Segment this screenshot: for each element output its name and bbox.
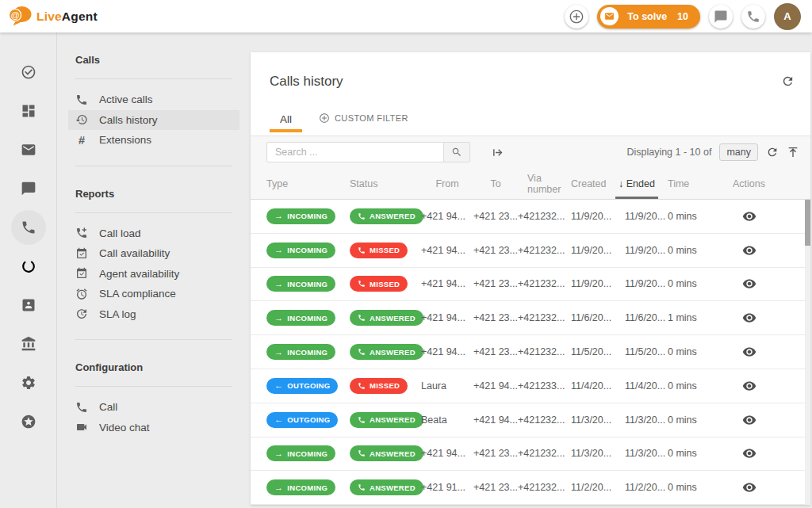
column-header-type[interactable]: Type	[266, 178, 350, 189]
refresh-page-button[interactable]	[781, 74, 795, 90]
contacts-icon	[21, 297, 36, 313]
view-call-button[interactable]	[742, 243, 756, 258]
rail-item-check-circle[interactable]	[0, 52, 57, 91]
cell-created: 11/9/20...	[563, 245, 615, 256]
avatar[interactable]: A	[774, 3, 801, 30]
sidebar-item-label: Calls history	[99, 114, 158, 126]
gear-icon	[21, 375, 36, 391]
eye-icon	[742, 413, 756, 427]
liveagent-logo-icon: @	[8, 6, 32, 27]
rail-item-star-circle[interactable]	[0, 402, 57, 441]
scroll-to-top-button[interactable]	[787, 146, 799, 159]
table-row[interactable]: ←OUTGOINGMISSEDLaura+421 94...+421233...…	[251, 369, 810, 403]
view-call-button[interactable]	[742, 209, 756, 223]
sidebar-item-label: Active calls	[99, 94, 153, 105]
cell-ended: 11/3/20...	[615, 448, 658, 459]
sidebar-item-call-availability[interactable]: Call availability	[68, 243, 239, 264]
type-badge: ←OUTGOING	[266, 378, 338, 394]
history-icon	[75, 113, 88, 126]
cell-time: 0 mins	[658, 414, 722, 426]
sidebar-item-sla-log[interactable]: SLA log	[68, 304, 239, 325]
sidebar-heading-reports: Reports	[75, 166, 232, 200]
table-row[interactable]: →INCOMINGMISSED+421 94...+421 23...+4212…	[251, 268, 810, 302]
chats-button[interactable]	[709, 5, 733, 29]
phone-icon	[746, 10, 760, 24]
eye-icon	[742, 480, 756, 495]
table-row[interactable]: →INCOMINGANSWERED+421 94...+421 23...+42…	[251, 437, 810, 472]
type-badge: →INCOMING	[266, 310, 335, 326]
rail-item-dashboard[interactable]	[0, 91, 57, 130]
arrow-right-icon: →	[274, 246, 283, 254]
mail-icon	[21, 142, 36, 158]
cell-via-number: +421232...	[518, 245, 563, 256]
cell-to: +421 94...	[473, 414, 518, 426]
view-call-button[interactable]	[742, 277, 756, 291]
column-header-from[interactable]: From	[421, 178, 473, 189]
count-badge[interactable]: many	[719, 143, 758, 161]
app-logo[interactable]: @ LiveAgent	[8, 6, 98, 27]
sidebar-item-call-load[interactable]: Call load	[68, 223, 239, 244]
tab-custom-filter[interactable]: CUSTOM FILTER	[308, 113, 419, 136]
column-header-ended[interactable]: ↓ Ended	[615, 178, 658, 189]
scrollbar-thumb[interactable]	[805, 200, 810, 246]
rail-item-contacts[interactable]	[0, 285, 57, 324]
rail-item-gear[interactable]	[0, 363, 57, 402]
column-header-time[interactable]: Time	[658, 178, 722, 189]
rail-item-bank[interactable]	[0, 324, 57, 363]
sidebar-item-agent-availability[interactable]: Agent availability	[68, 264, 239, 285]
column-header-actions[interactable]: Actions	[722, 178, 802, 189]
column-header-status[interactable]: Status	[350, 178, 421, 189]
sidebar-item-sla-compliance[interactable]: SLA compliance	[68, 284, 239, 304]
table-row[interactable]: →INCOMINGANSWERED+421 91...+421 23...+42…	[251, 471, 810, 505]
table-row[interactable]: ←OUTGOINGANSWEREDBeata+421 94...+421232.…	[251, 403, 810, 437]
view-call-button[interactable]	[742, 311, 756, 325]
table-row[interactable]: →INCOMINGANSWERED+421 94...+421 23...+42…	[251, 200, 810, 234]
view-call-button[interactable]	[742, 480, 756, 495]
divider	[75, 386, 232, 387]
view-call-button[interactable]	[742, 446, 756, 460]
svg-text:@: @	[11, 10, 20, 20]
table-scrollbar[interactable]	[805, 200, 810, 505]
sidebar-item-extensions[interactable]: #Extensions	[68, 130, 239, 151]
rail-item-ring[interactable]	[0, 246, 57, 285]
column-header-created[interactable]: Created	[563, 178, 615, 189]
cell-to: +421 23...	[473, 211, 518, 222]
phone-icon	[75, 94, 88, 106]
forward-filter-button[interactable]	[492, 146, 505, 159]
view-call-button[interactable]	[742, 379, 756, 393]
refresh-list-button[interactable]	[766, 146, 779, 159]
column-header-to[interactable]: To	[473, 178, 518, 189]
sidebar-item-label: SLA compliance	[99, 288, 176, 300]
table-row[interactable]: →INCOMINGANSWERED+421 94...+421 23...+42…	[251, 335, 810, 369]
table-row[interactable]: →INCOMINGMISSED+421 94...+421 23...+4212…	[251, 234, 810, 268]
type-badge: →INCOMING	[266, 479, 335, 495]
cell-to: +421 23...	[473, 346, 518, 357]
search-button[interactable]	[444, 142, 470, 162]
calls-button[interactable]	[741, 5, 765, 29]
to-solve-button[interactable]: To solve 10	[597, 5, 700, 29]
phone-icon	[75, 401, 88, 414]
search-icon	[451, 147, 462, 158]
rail-item-mail[interactable]	[0, 130, 57, 169]
table-body: →INCOMINGANSWERED+421 94...+421 23...+42…	[251, 200, 810, 505]
table-row[interactable]: →INCOMINGANSWERED+421 94...+421 23...+42…	[251, 301, 810, 335]
cell-created: 11/5/20...	[563, 346, 615, 357]
view-call-button[interactable]	[742, 413, 756, 427]
bank-icon	[21, 336, 36, 352]
create-new-button[interactable]	[565, 5, 588, 29]
column-header-via-number[interactable]: Via number	[518, 173, 563, 195]
sidebar-item-call[interactable]: Call	[68, 397, 239, 418]
cell-ended: 11/9/20...	[615, 245, 658, 256]
type-badge: →INCOMING	[266, 243, 335, 258]
cell-to: +421 23...	[473, 482, 518, 493]
search-input[interactable]	[266, 142, 444, 162]
view-call-button[interactable]	[742, 345, 756, 359]
rail-item-chat[interactable]	[0, 169, 57, 208]
sidebar-item-calls-history[interactable]: Calls history	[68, 110, 239, 131]
tab-all[interactable]: All	[270, 113, 302, 136]
event-available-icon	[75, 247, 88, 260]
align-top-icon	[787, 146, 799, 159]
rail-item-phone[interactable]	[0, 208, 57, 246]
sidebar-item-video-chat[interactable]: Video chat	[68, 418, 239, 438]
sidebar-item-active-calls[interactable]: Active calls	[68, 90, 239, 110]
